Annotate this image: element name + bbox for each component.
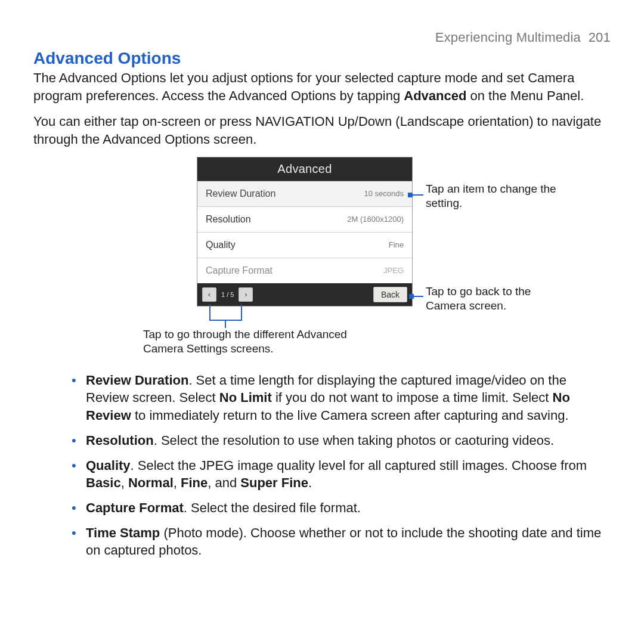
callout-pager: Tap to go through the different Advanced… [143, 327, 358, 356]
device-title: Advanced [197, 157, 412, 181]
intro-paragraph-2: You can either tap on-screen or press NA… [33, 113, 611, 148]
leader-line [225, 320, 226, 328]
callout-tap-item: Tap an item to change the setting. [426, 182, 557, 210]
intro-paragraph-1: The Advanced Options let you adjust opti… [33, 69, 611, 104]
row-label: Capture Format [206, 265, 273, 276]
chevron-left-icon: ‹ [208, 290, 210, 299]
leader-line [414, 296, 423, 297]
back-button[interactable]: Back [373, 287, 407, 302]
row-value: Fine [389, 240, 404, 249]
leader-line [413, 194, 423, 196]
list-item: Time Stamp (Photo mode). Choose whether … [72, 524, 611, 559]
feature-list: Review Duration. Set a time length for d… [33, 371, 611, 559]
section-title: Advanced Options [33, 49, 611, 68]
leader-node [408, 193, 413, 197]
figure-advanced-screen: Advanced Review Duration 10 seconds Reso… [78, 157, 566, 354]
chapter-name: Experiencing Multimedia [435, 30, 581, 45]
row-capture-format[interactable]: Capture Format JPEG [197, 258, 412, 283]
leader-line [209, 305, 210, 320]
callout-back: Tap to go back to the Camera screen. [426, 284, 563, 313]
leader-node [409, 294, 414, 299]
list-item: Capture Format. Select the desired file … [72, 499, 611, 517]
row-quality[interactable]: Quality Fine [197, 233, 412, 258]
list-item: Quality. Select the JPEG image quality l… [72, 457, 611, 492]
page-indicator: 1 / 5 [220, 291, 235, 298]
pager: ‹ 1 / 5 › [202, 287, 253, 302]
device-screenshot: Advanced Review Duration 10 seconds Reso… [197, 157, 413, 306]
leader-line [241, 305, 242, 320]
row-label: Quality [206, 240, 236, 250]
page-number: 201 [589, 30, 611, 45]
chevron-right-icon: › [244, 290, 247, 299]
row-review-duration[interactable]: Review Duration 10 seconds [197, 181, 412, 207]
row-value: JPEG [383, 266, 404, 275]
running-header: Experiencing Multimedia 201 [33, 30, 611, 45]
row-value: 10 seconds [364, 189, 404, 198]
row-value: 2M (1600x1200) [347, 215, 404, 224]
row-resolution[interactable]: Resolution 2M (1600x1200) [197, 207, 412, 233]
prev-page-button[interactable]: ‹ [202, 287, 216, 302]
list-item: Review Duration. Set a time length for d… [72, 371, 611, 425]
device-footer: ‹ 1 / 5 › Back [197, 283, 412, 306]
row-label: Review Duration [206, 188, 275, 199]
list-item: Resolution. Select the resolution to use… [72, 432, 611, 450]
row-label: Resolution [206, 214, 251, 225]
next-page-button[interactable]: › [239, 287, 253, 302]
